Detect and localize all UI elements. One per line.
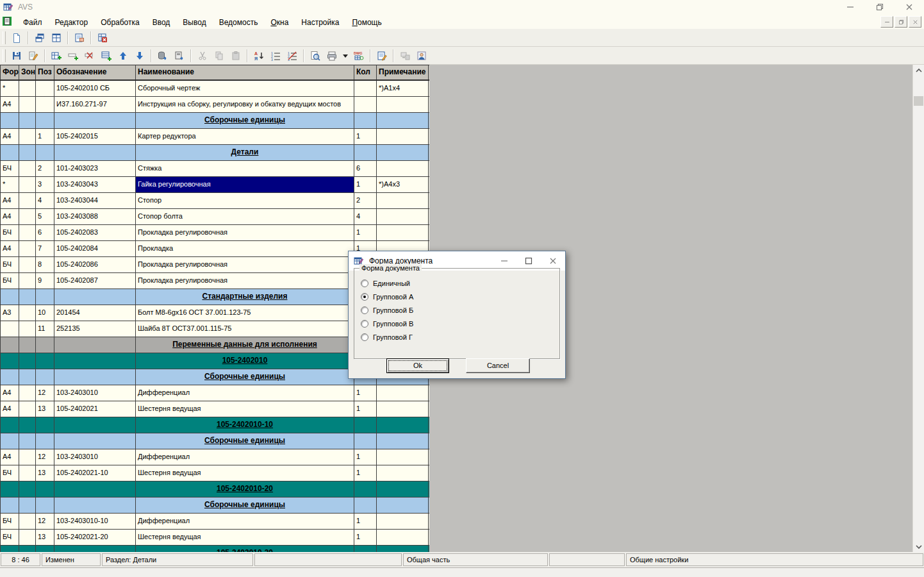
section-row[interactable]: Детали	[0, 145, 429, 161]
table-cell[interactable]	[377, 193, 429, 208]
child-window-icon[interactable]	[2, 16, 13, 27]
table-cell[interactable]: Стяжка	[136, 161, 354, 176]
table-cell[interactable]: Сборочные единицы	[136, 113, 354, 128]
table-row[interactable]: А41105-2402015Картер редуктора1	[0, 129, 429, 145]
table-cell[interactable]	[377, 97, 429, 112]
table-row[interactable]: БЧ13105-2402021-20Шестерня ведущая1	[0, 530, 429, 546]
table-row[interactable]: БЧ2101-2403023Стяжка6	[0, 161, 429, 177]
table-cell[interactable]	[19, 305, 36, 321]
table-cell[interactable]	[19, 321, 36, 337]
table-cell[interactable]	[377, 498, 429, 513]
table-cell[interactable]	[36, 498, 54, 513]
table-cell[interactable]	[54, 481, 136, 497]
table-cell[interactable]: Шестерня ведущая	[136, 530, 354, 545]
table-cell[interactable]	[377, 129, 429, 144]
table-cell[interactable]: БЧ	[0, 465, 19, 481]
table-cell[interactable]: 105-2402010 СБ	[54, 81, 136, 96]
table-cell[interactable]: 105-2402010	[136, 353, 354, 369]
table-cell[interactable]	[19, 273, 36, 288]
add-row-button[interactable]	[65, 48, 81, 63]
table-cell[interactable]: Прокладка	[136, 241, 354, 256]
table-cell[interactable]	[19, 433, 36, 449]
table-cell[interactable]	[36, 481, 54, 497]
table-cell[interactable]: 1	[36, 129, 54, 144]
table-cell[interactable]	[19, 481, 36, 497]
table-cell[interactable]	[19, 81, 36, 96]
table-row[interactable]: БЧ12103-2403010-10Дифференциал1	[0, 514, 429, 530]
ok-button[interactable]: Ok	[386, 358, 449, 373]
table-cell[interactable]	[377, 530, 429, 545]
table-cell[interactable]: 13	[36, 465, 54, 481]
table-cell[interactable]	[0, 145, 19, 160]
table-cell[interactable]	[0, 546, 19, 552]
table-cell[interactable]	[54, 337, 136, 353]
table-cell[interactable]	[54, 498, 136, 513]
table-cell[interactable]: Прокладка регулировочная	[136, 257, 354, 272]
table-cell[interactable]	[354, 145, 377, 160]
table-row[interactable]: А412103-2403010Дифференциал1	[0, 385, 429, 401]
table-cell[interactable]: *	[0, 81, 19, 96]
table-cell[interactable]	[19, 417, 36, 433]
table-cell[interactable]: 2	[36, 161, 54, 176]
table-cell[interactable]	[377, 449, 429, 465]
table-cell[interactable]: Детали	[136, 145, 354, 160]
table-cell[interactable]: 103-2403010	[54, 449, 136, 465]
table-cell[interactable]	[19, 161, 36, 176]
radio-option-2[interactable]: Групповой А	[361, 290, 554, 303]
child-minimize-button[interactable]	[880, 16, 893, 28]
table-cell[interactable]: 105-2402015	[54, 129, 136, 144]
table-cell[interactable]	[19, 385, 36, 401]
table-cell[interactable]: Инструкция на сборку, регулировку и обка…	[136, 97, 354, 112]
table-cell[interactable]	[0, 113, 19, 128]
table-cell[interactable]	[36, 433, 54, 449]
close-table-button[interactable]	[95, 30, 110, 46]
table-cell[interactable]: *)А1х4	[377, 81, 429, 96]
table-cell[interactable]: Шестерня ведущая	[136, 465, 354, 481]
table-cell[interactable]	[54, 145, 136, 160]
table-cell[interactable]: 103-2403010	[54, 385, 136, 401]
table-row[interactable]: БЧ6105-2402083Прокладка регулировочная1	[0, 225, 429, 241]
table-cell[interactable]	[0, 353, 19, 369]
table-cell[interactable]: Сборочные единицы	[136, 369, 354, 385]
table-cell[interactable]	[19, 145, 36, 160]
table-cell[interactable]	[377, 481, 429, 497]
table-cell[interactable]: 12	[36, 385, 54, 401]
table-cell[interactable]: 105-2402086	[54, 257, 136, 272]
table-cell[interactable]	[0, 369, 19, 385]
menu-item-2[interactable]: Редактор	[49, 16, 95, 29]
table-cell[interactable]: 1	[354, 449, 377, 465]
section-row[interactable]: Сборочные единицы	[0, 498, 429, 514]
table-cell[interactable]: А3	[0, 305, 19, 321]
table-cell[interactable]	[377, 145, 429, 160]
toolbar-gripper[interactable]	[3, 49, 6, 62]
renumber-button[interactable]: 123	[285, 48, 300, 63]
table-cell[interactable]	[19, 225, 36, 240]
table-cell[interactable]	[19, 465, 36, 481]
table-cell[interactable]: Прокладка регулировочная	[136, 273, 354, 288]
table-cell[interactable]	[36, 417, 54, 433]
table-cell[interactable]	[19, 514, 36, 529]
table-cell[interactable]: Гайка регулировочная	[136, 177, 354, 192]
table-cell[interactable]	[354, 97, 377, 112]
scroll-down-button[interactable]	[913, 541, 924, 552]
child-close-button[interactable]	[909, 16, 921, 28]
table-cell[interactable]: Стопор	[136, 193, 354, 208]
table-cell[interactable]: 13	[36, 530, 54, 545]
table-cell[interactable]	[0, 481, 19, 497]
table-cell[interactable]	[377, 401, 429, 417]
table-cell[interactable]: 12	[36, 449, 54, 465]
scrollbar-thumb[interactable]	[914, 96, 923, 106]
table-cell[interactable]	[0, 498, 19, 513]
table-cell[interactable]	[377, 417, 429, 433]
table-cell[interactable]: А4	[0, 449, 19, 465]
table-cell[interactable]: И37.160.271-97	[54, 97, 136, 112]
menu-item-9[interactable]: Помощь	[345, 16, 388, 29]
table-cell[interactable]: А4	[0, 241, 19, 256]
radio-option-1[interactable]: Единичный	[361, 276, 554, 290]
table-cell[interactable]	[19, 257, 36, 272]
edit-document-button[interactable]	[26, 48, 41, 63]
table-cell[interactable]: 105-2402010-30	[136, 546, 354, 552]
table-cell[interactable]	[377, 113, 429, 128]
table-cell[interactable]	[19, 369, 36, 385]
table-cell[interactable]	[36, 369, 54, 385]
